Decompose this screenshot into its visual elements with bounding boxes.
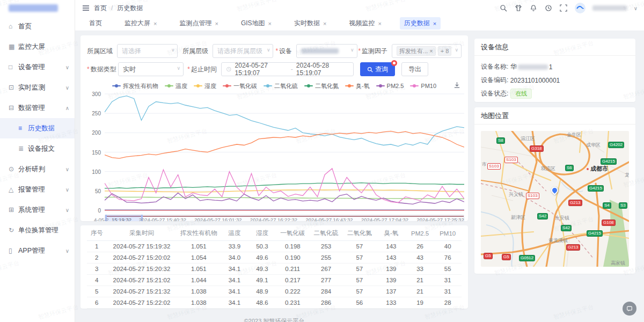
table-row[interactable]: 22024-05-27 15:20:021.05434.049.60.19025… xyxy=(87,252,462,263)
sidebar-item-监控大屏[interactable]: ▦监控大屏 xyxy=(0,36,75,57)
factor-multiselect[interactable]: 挥发性有...× + 8 xyxy=(392,44,462,58)
end-time[interactable]: 2024-05-28 15:19:07 xyxy=(296,62,349,77)
factor-label: 监测因子 xyxy=(357,47,392,56)
area-select[interactable]: 请选择 xyxy=(117,44,178,58)
factor-tag[interactable]: 挥发性有...× xyxy=(397,46,436,56)
tab-历史数据[interactable]: 历史数据× xyxy=(400,17,441,30)
road-badge-G5: G5 xyxy=(502,254,510,260)
chevron-down-icon[interactable]: ∨ xyxy=(634,5,638,11)
road-badge-S103: S103 xyxy=(504,157,518,163)
sidebar-item-实时监测[interactable]: ⊡实时监测∨ xyxy=(0,77,75,98)
tab-视频监控[interactable]: 视频监控× xyxy=(345,17,385,30)
legend-item-温度[interactable]: 温度 xyxy=(165,82,187,90)
table-row[interactable]: 62024-05-27 15:22:021.03834.148.60.23128… xyxy=(87,297,462,308)
legend-item-二氧化氮[interactable]: 二氧化氮 xyxy=(304,82,339,90)
user-avatar[interactable] xyxy=(575,3,586,13)
export-button[interactable]: 导出 xyxy=(401,62,428,76)
sidebar-item-系统管理[interactable]: ⊞系统管理∨ xyxy=(0,200,75,220)
chat-fab-button[interactable] xyxy=(623,302,636,316)
search-icon[interactable] xyxy=(500,4,508,12)
road-badge-G108: G108 xyxy=(602,220,615,225)
table-row[interactable]: 52024-05-27 15:21:321.03834.148.90.22228… xyxy=(87,286,462,297)
road-badge-G4215: G4215 xyxy=(601,159,616,164)
legend-item-PM10[interactable]: PM10 xyxy=(410,83,436,89)
sidebar-item-label: 实时监测 xyxy=(18,83,65,92)
legend-item-PM2.5[interactable]: PM2.5 xyxy=(376,83,404,89)
sidebar-item-设备报文[interactable]: ≣设备报文 xyxy=(0,138,75,159)
factor-more-tag[interactable]: + 8 xyxy=(438,46,452,56)
legend-item-湿度[interactable]: 湿度 xyxy=(194,82,216,90)
chevron-icon: ∨ xyxy=(65,248,69,254)
tab-label: 监控大屏 xyxy=(125,19,150,28)
device-info-title: 设备信息 xyxy=(474,39,635,56)
tab-监测点管理[interactable]: 监测点管理× xyxy=(175,17,222,30)
start-time[interactable]: 2024-05-27 15:19:07 xyxy=(235,62,288,77)
map-pin-icon[interactable] xyxy=(550,185,559,195)
theme-shirt-icon[interactable] xyxy=(515,4,523,12)
sidebar-item-单位换算管理[interactable]: ↻单位换算管理 xyxy=(0,220,75,240)
status-badge: 在线 xyxy=(510,89,532,99)
legend-marker xyxy=(376,85,385,86)
tab-首页[interactable]: 首页 xyxy=(85,17,106,30)
legend-item-一氧化碳[interactable]: 一氧化碳 xyxy=(223,82,257,90)
dashboard-icon: ▦ xyxy=(9,43,18,50)
map-label-高家镇: 高家镇 xyxy=(611,260,625,267)
tab-监控大屏[interactable]: 监控大屏× xyxy=(120,17,161,30)
data-table: 序号采集时间挥发性有机物温度湿度一氧化碳二氧化硫二氧化氮臭-氧PM2.5PM10… xyxy=(87,226,462,309)
sidebar-item-数据管理[interactable]: ⊟数据管理∧ xyxy=(0,98,75,118)
clock-icon[interactable] xyxy=(545,4,553,12)
tab-close-icon[interactable]: × xyxy=(323,20,326,27)
level-select[interactable]: 请选择所属层级 xyxy=(213,44,273,58)
area-label: 所属区域 xyxy=(87,47,117,56)
tab-GIS地图[interactable]: GIS地图× xyxy=(237,17,276,30)
table-row[interactable]: 12024-05-27 15:19:321.05133.950.30.19825… xyxy=(87,240,462,252)
table-row[interactable]: 32024-05-27 15:20:321.05134.149.30.21126… xyxy=(87,263,462,274)
menu-collapse-icon[interactable] xyxy=(82,4,90,12)
query-button[interactable]: 查询 xyxy=(360,62,395,76)
map[interactable]: 温江区金牛区成华区双流区兴义镇新津区永安镇黄龙溪镇高家镇龙市成都市S8G4202… xyxy=(481,131,629,267)
map-label-兴义镇: 兴义镇 xyxy=(509,191,523,198)
analysis-icon: ⊙ xyxy=(9,165,18,173)
tab-label: 监测点管理 xyxy=(179,19,211,28)
legend-label: 二氧化氮 xyxy=(315,82,339,90)
map-card: 地图位置 xyxy=(474,107,635,274)
bell-icon[interactable] xyxy=(530,4,538,12)
tab-label: 首页 xyxy=(89,19,102,28)
tab-close-icon[interactable]: × xyxy=(378,20,381,27)
chart-canvas xyxy=(105,92,464,212)
legend-marker xyxy=(264,85,272,86)
sidebar-item-分析研判[interactable]: ⊙分析研判∨ xyxy=(0,159,75,179)
breadcrumb-home[interactable]: 首页 xyxy=(94,4,107,13)
sidebar-item-label: 监控大屏 xyxy=(18,42,69,52)
legend-item-二氧化硫[interactable]: 二氧化硫 xyxy=(264,82,298,90)
sidebar-item-APP管理[interactable]: ▯APP管理∨ xyxy=(0,240,75,261)
sidebar-item-设备管理[interactable]: □设备管理∨ xyxy=(0,57,75,77)
table-row[interactable]: 42024-05-27 15:21:021.04434.149.10.21727… xyxy=(87,274,462,286)
device-select[interactable] xyxy=(296,44,357,58)
app-icon: ▯ xyxy=(9,247,18,254)
tab-close-icon[interactable]: × xyxy=(433,20,436,27)
tab-close-icon[interactable]: × xyxy=(215,20,218,27)
dtype-select[interactable]: 实时 xyxy=(118,62,184,76)
legend-item-挥发性有机物[interactable]: 挥发性有机物 xyxy=(112,82,158,90)
download-icon[interactable] xyxy=(453,82,460,90)
tab-close-icon[interactable]: × xyxy=(153,20,157,27)
y-axis-tick: 0 xyxy=(87,208,101,214)
sidebar-menu: ⌂首页▦监控大屏□设备管理∨⊡实时监测∨⊟数据管理∧≡历史数据≣设备报文⊙分析研… xyxy=(0,16,75,261)
map-label-金牛区: 金牛区 xyxy=(567,131,581,138)
fullscreen-icon[interactable] xyxy=(560,4,568,12)
history-data-icon: ≡ xyxy=(18,125,28,132)
legend-item-臭-氧[interactable]: 臭-氧 xyxy=(345,82,370,90)
sidebar-item-首页[interactable]: ⌂首页 xyxy=(0,16,75,36)
tab-实时数据[interactable]: 实时数据× xyxy=(290,17,331,30)
sidebar-item-报警管理[interactable]: △报警管理∨ xyxy=(0,179,75,200)
sidebar-item-历史数据[interactable]: ≡历史数据 xyxy=(0,118,75,138)
database-icon: ⊟ xyxy=(9,104,18,112)
device-icon: □ xyxy=(9,63,18,71)
tab-label: 视频监控 xyxy=(349,19,375,28)
time-range-input[interactable]: 2024-05-27 15:19:07 - 2024-05-28 15:19:0… xyxy=(221,62,354,76)
datazoom-slider[interactable]: 4-05-2 15:19:32 2024-05-27 15:40:322024-… xyxy=(105,215,464,221)
tab-close-icon[interactable]: × xyxy=(268,20,272,27)
series-二氧化硫 xyxy=(105,96,464,147)
tab-label: GIS地图 xyxy=(241,19,265,28)
